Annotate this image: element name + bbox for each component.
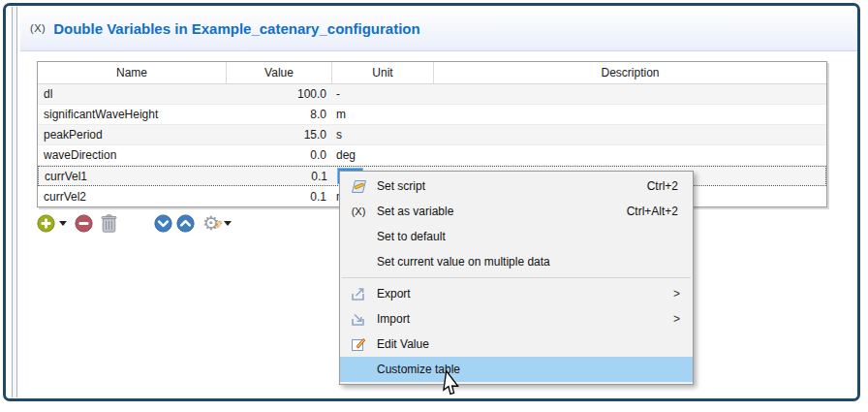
table-row[interactable]: peakPeriod 15.0 s [38,125,826,145]
menu-item-set-as-variable[interactable]: (X) Set as variable Ctrl+Alt+2 [340,199,693,224]
table-row[interactable]: dl 100.0 - [38,84,826,105]
cell-name[interactable]: currVel1 [39,170,228,183]
menu-item-set-to-default[interactable]: Set to default [340,224,693,249]
menu-item-set-current-value[interactable]: Set current value on multiple data [340,249,693,274]
context-menu: Set script Ctrl+2 (X) Set as variable Ct… [339,171,694,385]
move-up-icon [176,214,195,233]
menu-item-edit-value[interactable]: Edit Value [340,332,693,357]
shortcut-label: Ctrl+Alt+2 [627,205,693,218]
export-icon [340,287,377,301]
cell-name[interactable]: significantWaveHeight [38,108,227,121]
pencil-icon: ✎ [208,219,229,231]
move-up-button[interactable] [176,214,195,233]
table-row[interactable]: significantWaveHeight 8.0 m [38,105,826,125]
edit-value-icon [340,337,377,352]
mouse-cursor-icon [438,369,459,398]
import-icon [340,312,377,327]
script-pencil-icon [340,179,377,194]
remove-variable-button[interactable] [75,214,93,233]
cell-unit[interactable]: - [332,87,434,101]
cell-value[interactable]: 0.1 [227,190,332,204]
cell-value[interactable]: 100.0 [227,87,332,101]
cell-name[interactable]: currVel2 [38,190,227,204]
cell-unit[interactable]: s [332,128,434,142]
add-variable-button[interactable] [37,214,55,233]
column-header-description[interactable]: Description [434,62,826,83]
move-down-icon [154,214,172,233]
panel-title-bar: (X) Double Variables in Example_catenary… [20,6,857,51]
submenu-arrow-icon: > [673,312,693,326]
panel-splitter[interactable] [12,7,17,397]
table-header-row: Name Value Unit Description [38,62,826,84]
table-row[interactable]: waveDirection 0.0 deg [38,145,826,166]
trash-icon [101,214,117,233]
variables-panel: (X) Double Variables in Example_catenary… [0,0,868,412]
remove-icon [75,214,93,233]
menu-item-export[interactable]: Export > [340,281,693,306]
variable-type-icon: (X) [30,22,46,34]
add-icon [37,214,55,233]
shortcut-label: Ctrl+2 [647,179,693,193]
table-toolbar: ⚙✎ [37,213,232,233]
menu-separator [342,277,691,278]
cell-value[interactable]: 15.0 [227,128,332,142]
gear-pencil-icon: ⚙✎ [202,213,220,233]
delete-button[interactable] [101,214,117,233]
cell-value[interactable]: 0.0 [227,148,332,162]
cell-value[interactable]: 0.1 [228,170,333,183]
cell-value[interactable]: 8.0 [227,108,332,121]
menu-item-import[interactable]: Import > [340,306,693,332]
cell-name[interactable]: dl [38,87,227,101]
column-header-value[interactable]: Value [227,62,332,83]
variable-x-icon: (X) [340,206,377,217]
move-down-button[interactable] [154,214,172,233]
menu-item-set-script[interactable]: Set script Ctrl+2 [340,174,693,199]
cell-name[interactable]: waveDirection [38,148,227,162]
menu-item-customize-table[interactable]: Customize table [340,357,693,382]
page-title: Double Variables in Example_catenary_con… [53,20,419,37]
column-header-unit[interactable]: Unit [332,62,434,83]
settings-button[interactable]: ⚙✎ [202,213,220,233]
cell-unit[interactable]: m [332,108,434,121]
add-dropdown-caret[interactable] [59,221,67,226]
cell-name[interactable]: peakPeriod [38,128,227,142]
cell-unit[interactable]: deg [332,148,434,162]
submenu-arrow-icon: > [673,287,693,301]
column-header-name[interactable]: Name [38,62,227,83]
